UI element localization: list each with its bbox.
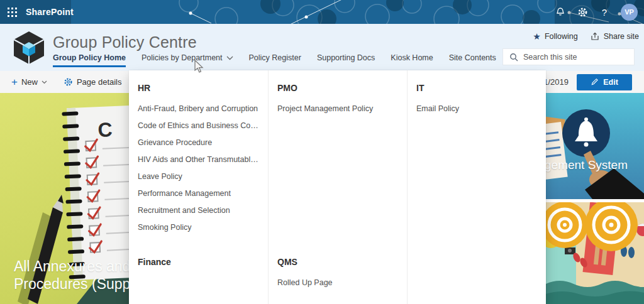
menu-item[interactable]: Email Policy — [416, 100, 540, 117]
menu-column-1: HR Anti-Fraud, Bribery and Corruption Co… — [129, 70, 268, 304]
nav-policies-by-department[interactable]: Policies by Department — [142, 53, 233, 65]
plus-icon: + — [11, 78, 18, 87]
share-icon — [591, 32, 600, 41]
menu-section-title-qms[interactable]: QMS — [277, 256, 401, 268]
site-title[interactable]: Group Policy Centre — [53, 33, 197, 52]
menu-section-title-pmo[interactable]: PMO — [277, 82, 401, 94]
policies-dropdown-menu: HR Anti-Fraud, Bribery and Corruption Co… — [129, 70, 546, 304]
following-button[interactable]: ★ Following — [533, 32, 577, 41]
suite-bar: SharePoint ? VP — [0, 0, 644, 24]
new-button[interactable]: + New — [11, 77, 47, 87]
beach-holiday-tile[interactable] — [546, 202, 644, 304]
share-site-button[interactable]: Share site — [591, 32, 639, 41]
menu-section-qms: QMS Rolled Up Page — [277, 256, 401, 291]
site-header: Group Policy Centre Group Policy Home Po… — [0, 24, 644, 71]
management-system-tile[interactable]: gement System — [546, 93, 644, 199]
beach-illustration — [546, 202, 644, 304]
star-icon: ★ — [533, 32, 541, 41]
menu-item[interactable]: Smoking Policy — [138, 219, 262, 236]
sharepoint-brand[interactable]: SharePoint — [26, 7, 74, 17]
menu-item[interactable]: Rolled Up Page — [277, 274, 401, 291]
menu-section-hr: HR Anti-Fraud, Bribery and Corruption Co… — [138, 82, 262, 256]
menu-item[interactable]: Performance Management — [138, 185, 262, 202]
nav-kiosk-home[interactable]: Kiosk Home — [391, 53, 433, 65]
settings-gear-icon[interactable] — [577, 6, 588, 18]
edit-page-button[interactable]: Edit — [577, 74, 632, 90]
menu-column-3: IT Email Policy — [407, 70, 546, 304]
notification-bell-illustration — [546, 93, 644, 199]
search-icon — [509, 53, 518, 62]
toolbar-left: + New Page details — [11, 71, 122, 93]
tile-bell-caption: gement System — [546, 158, 628, 172]
menu-item[interactable]: HIV Aids and Other Transmutable Dis... — [138, 151, 262, 168]
menu-section-title-hr[interactable]: HR — [138, 82, 262, 94]
site-search[interactable] — [502, 48, 635, 65]
menu-item[interactable]: Recruitment and Selection — [138, 202, 262, 219]
menu-column-2: PMO Project Management Policy QMS Rolled… — [268, 70, 407, 304]
nav-site-contents[interactable]: Site Contents — [449, 53, 496, 65]
notifications-bell-icon[interactable] — [555, 6, 566, 18]
nav-group-policy-home[interactable]: Group Policy Home — [53, 53, 126, 67]
site-nav: Group Policy Home Policies by Department… — [53, 53, 525, 67]
pencil-icon — [591, 78, 599, 86]
menu-section-title-finance[interactable]: Finance — [138, 256, 262, 268]
page-details-button[interactable]: Page details — [64, 77, 122, 87]
menu-item[interactable]: Project Management Policy — [277, 100, 401, 117]
account-avatar[interactable]: VP — [621, 4, 638, 21]
suitebar-right: ? VP — [555, 0, 644, 24]
search-input[interactable] — [523, 53, 624, 62]
menu-item[interactable]: Grievance Procedure — [138, 134, 262, 151]
menu-section-finance: Finance — [138, 256, 262, 268]
menu-section-title-it[interactable]: IT — [416, 82, 540, 94]
menu-item[interactable]: Leave Policy — [138, 168, 262, 185]
nav-supporting-docs[interactable]: Supporting Docs — [317, 53, 375, 65]
nav-policy-register[interactable]: Policy Register — [249, 53, 301, 65]
chevron-down-icon — [42, 80, 47, 84]
menu-item[interactable]: Anti-Fraud, Bribery and Corruption — [138, 100, 262, 117]
header-actions: ★ Following Share site — [533, 32, 639, 41]
chevron-down-icon — [226, 56, 233, 60]
menu-section-pmo: PMO Project Management Policy — [277, 82, 401, 256]
site-logo-icon[interactable] — [11, 30, 47, 65]
app-launcher-icon[interactable] — [8, 8, 17, 17]
suitebar-theme-pattern — [0, 0, 644, 24]
help-icon[interactable]: ? — [599, 6, 610, 18]
checklist-letter: C — [97, 118, 113, 141]
menu-section-it: IT Email Policy — [416, 82, 540, 256]
menu-item[interactable]: Code of Ethics and Business Conduct — [138, 117, 262, 134]
page-details-gear-icon — [64, 77, 73, 87]
sharepoint-page: SharePoint ? VP — [0, 0, 644, 304]
